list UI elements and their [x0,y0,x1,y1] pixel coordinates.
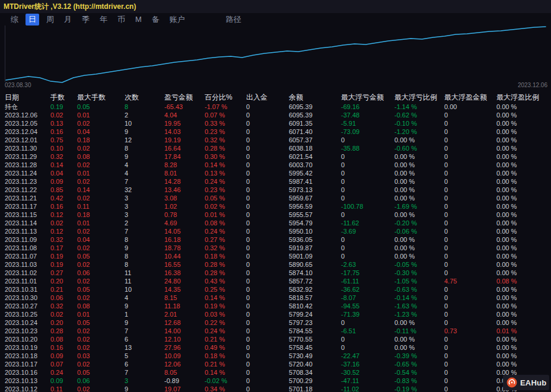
table-row[interactable]: 2023.12.050.130.021019.950.33 %06091.35-… [5,119,551,128]
table-row[interactable]: 2023.10.170.070.02612.060.21 %05720.40-3… [5,360,551,368]
table-cell: 5 [125,352,164,360]
column-header: 余额 [289,93,341,103]
table-row[interactable]: 2023.11.010.200.021124.800.43 %05857.72-… [5,277,551,285]
table-row[interactable]: 2023.11.300.100.02816.640.28 %06038.18-3… [5,144,551,152]
table-cell: 0.02 [50,219,77,227]
table-cell: 0 [246,327,289,335]
table-cell: 8 [125,235,164,244]
table-cell: 0.00 % [496,252,551,260]
table-row[interactable]: 2023.10.270.320.08911.180.19 %05810.42-9… [5,302,551,310]
window-title: MTDriver统计 ,V3.12 (http://mtdriver.cn) [0,0,136,13]
table-cell: 2023.11.03 [5,260,50,269]
table-row[interactable]: 2023.11.030.190.02816.550.28 %05890.65-2… [5,260,551,269]
table-row[interactable]: 2023.10.180.090.03510.090.18 %05730.49-2… [5,352,551,360]
table-cell: 0 [341,244,394,252]
path-button[interactable]: 路径 [223,14,244,26]
table-row[interactable]: 2023.11.140.020.0124.690.08 %05954.79-11… [5,219,551,227]
tab-daily[interactable]: 日 [26,14,39,26]
table-cell: 0.49 % [205,343,246,352]
table-row[interactable]: 2023.10.120.110.02919.070.34 %05701.18-1… [5,385,551,392]
table-row[interactable]: 2023.11.020.270.061116.380.28 %05874.10-… [5,269,551,277]
column-header: 最大浮亏金额 [341,93,394,103]
table-row[interactable]: 2023.11.220.850.143213.460.23 %05973.130… [5,186,551,194]
table-cell: 16.18 [164,235,205,244]
table-cell: 0 [444,310,496,318]
table-cell: 0.23 % [205,128,246,136]
table-cell: 0 [246,269,289,277]
table-cell: 0 [341,211,394,219]
table-row[interactable]: 2023.11.230.090.02714.280.24 %05987.4100… [5,177,551,186]
tab-m[interactable]: M [132,14,145,24]
table-cell: -6.51 [341,327,394,335]
table-row[interactable]: 2023.12.040.160.04914.030.23 %06071.40-7… [5,128,551,136]
tab-yearly[interactable]: 年 [97,14,110,26]
table-row[interactable]: 2023.10.230.280.02714.000.24 %05784.55-6… [5,327,551,335]
table-cell: 2023.10.24 [5,318,50,327]
table-row[interactable]: 2023.10.160.240.0578.050.14 %05708.34-30… [5,368,551,377]
table-cell: 0 [444,269,496,277]
table-row[interactable]: 2023.11.290.320.08917.840.30 %06021.5400… [5,152,551,161]
eahub-badge[interactable]: EAHub [503,375,549,390]
table-cell: 0 [444,360,496,368]
table-row[interactable]: 2023.10.250.020.0112.010.03 %05799.24-71… [5,310,551,318]
table-row[interactable]: 2023.11.090.320.04816.180.27 %05936.0500… [5,235,551,244]
table-cell: 0.73 [444,327,496,335]
table-row[interactable]: 2023.10.200.080.02612.100.21 %05770.5500… [5,335,551,343]
table-cell: 0 [341,343,394,352]
table-row[interactable]: 2023.10.300.060.0248.150.14 %05818.57-8.… [5,294,551,302]
table-cell: 6021.54 [289,152,341,161]
tab-quarterly[interactable]: 季 [79,14,93,26]
table-cell: 0 [444,119,496,128]
table-row[interactable]: 2023.12.060.020.0124.040.07 %06095.39-37… [5,111,551,119]
tab-monthly[interactable]: 月 [61,14,75,26]
table-cell: 0.05 % [205,194,246,202]
tab-summary[interactable]: 综 [8,14,21,26]
table-row[interactable]: 2023.11.240.040.0148.010.13 %05995.4200.… [5,169,551,177]
table-cell: -0.10 % [394,119,444,128]
table-cell: 0.05 [77,252,125,260]
table-row[interactable]: 2023.10.240.200.05912.680.22 %05797.2300… [5,318,551,327]
table-cell: 6091.35 [289,119,341,128]
table-row[interactable]: 持仓0.190.058-65.43-1.07 %06095.39-69.16-1… [5,103,551,111]
tab-weekly[interactable]: 周 [43,14,57,26]
table-cell: 9 [125,128,164,136]
table-cell: 0.00 % [496,144,551,152]
table-cell: 0 [444,227,496,235]
table-row[interactable]: 2023.11.070.190.05810.440.18 %05901.0900… [5,252,551,260]
table-cell: 0.00 % [394,343,444,352]
table-cell: 0.00 % [394,235,444,244]
column-header: 最大浮盈比例 [496,93,551,103]
table-cell: 0.02 [77,144,125,152]
table-cell: 2023.10.17 [5,360,50,368]
table-cell: 0 [444,169,496,177]
table-row[interactable]: 2023.12.010.750.181219.190.32 %06057.370… [5,136,551,144]
table-cell: 0 [246,119,289,128]
table-row[interactable]: 2023.11.150.120.1830.780.01 %05955.5700.… [5,211,551,219]
table-cell: 0 [444,343,496,352]
table-row[interactable]: 2023.10.310.210.051014.350.25 %05832.92-… [5,285,551,294]
table-cell: 19.19 [164,136,205,144]
table-row[interactable]: 2023.10.190.160.021327.960.49 %05758.450… [5,343,551,352]
table-cell: -37.48 [341,111,394,119]
table-cell: 0 [341,194,394,202]
table-row[interactable]: 2023.11.130.120.02714.050.24 %05950.10-3… [5,227,551,235]
table-cell: 0.85 [50,186,77,194]
table-cell: 4.69 [164,219,205,227]
table-row[interactable]: 2023.11.210.420.0233.080.05 %05959.6700.… [5,194,551,202]
table-cell: 14.28 [164,177,205,186]
table-cell: 0 [444,352,496,360]
tab-account[interactable]: 账户 [167,14,188,26]
tab-backup[interactable]: 备 [149,14,163,26]
table-cell: -47.11 [341,377,394,385]
table-cell: 0.03 % [205,310,246,318]
table-row[interactable]: 2023.11.080.170.02918.780.32 %05919.8700… [5,244,551,252]
table-row[interactable]: 2023.11.280.140.0248.280.14 %06003.7000.… [5,161,551,169]
table-cell: 10 [125,285,164,294]
table-cell: 0.28 % [205,144,246,152]
table-row[interactable]: 2023.10.130.090.063-0.89-0.02 %05700.29-… [5,377,551,385]
table-cell: 6003.70 [289,161,341,169]
table-cell: 0 [444,302,496,310]
table-row[interactable]: 2023.11.170.160.1131.020.02 %05956.59-10… [5,202,551,211]
table-cell: 16.64 [164,144,205,152]
tab-currency[interactable]: 币 [114,14,128,26]
